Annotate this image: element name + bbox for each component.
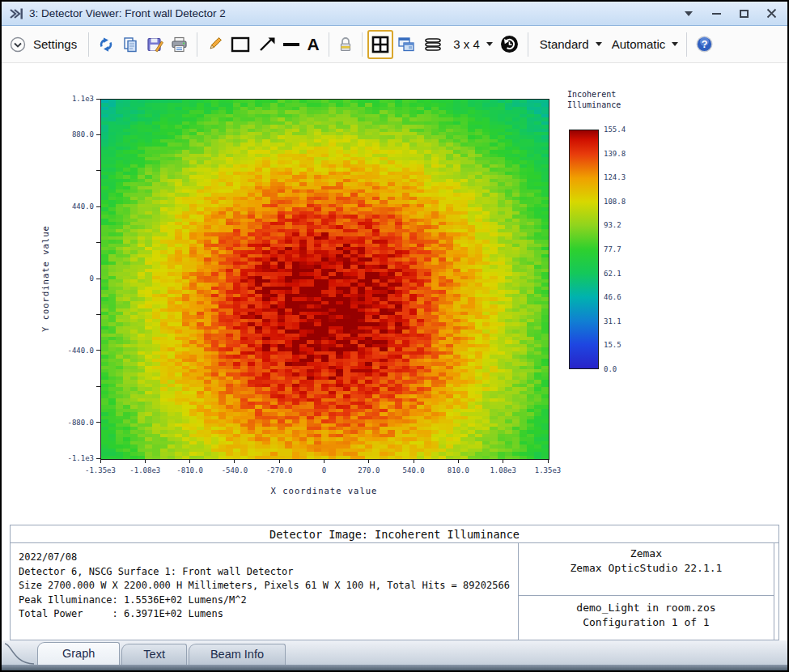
settings-button[interactable]: Settings (6, 30, 83, 59)
x-tick-mark (324, 459, 325, 463)
y-tick-mark (96, 422, 100, 423)
toolbar-separator (686, 32, 687, 57)
detector-viewer-window: 3: Detector Viewer: Front wall Detector … (0, 0, 789, 672)
x-tick-label: -1.35e3 (76, 466, 125, 474)
help-icon: ? (695, 35, 714, 53)
pencil-icon (206, 36, 223, 53)
text-line: Zemax (519, 547, 774, 561)
y-tick-mark (96, 386, 100, 387)
y-tick-mark (96, 242, 100, 243)
settings-expander-icon (10, 36, 26, 53)
text-line: 2022/07/08 (19, 551, 510, 565)
refresh-button[interactable] (94, 30, 118, 59)
grid-size-dropdown[interactable]: 3 x 4 (447, 30, 496, 59)
x-tick-mark (458, 459, 459, 463)
fit-window-button[interactable] (367, 30, 393, 59)
colorbar-tick-label: 108.8 (604, 198, 626, 206)
detector-heatmap[interactable] (100, 99, 549, 460)
save-button[interactable] (142, 30, 167, 59)
caret-down-icon (486, 42, 493, 46)
y-tick-label: 440.0 (50, 202, 94, 211)
minimize-icon (712, 13, 721, 15)
y-tick-mark (96, 170, 100, 171)
grid-size-label: 3 x 4 (450, 37, 483, 51)
text-line: Incoherent (567, 89, 621, 100)
layers-button[interactable] (419, 30, 447, 59)
annotate-pencil-button[interactable] (202, 30, 227, 59)
y-tick-mark (96, 99, 100, 100)
annotate-line-button[interactable] (280, 30, 303, 59)
text-line: Size 2700.000 W X 2200.000 H Millimeters… (19, 579, 510, 593)
minimize-button[interactable] (710, 7, 723, 20)
y-tick-label: -1.1e3 (50, 454, 94, 462)
help-button[interactable]: ? (692, 30, 717, 59)
toolbar-separator (362, 32, 363, 57)
toolbar-separator (329, 32, 329, 57)
text-icon: A (308, 36, 320, 53)
x-tick-label: 270.0 (345, 466, 393, 474)
close-icon (766, 8, 777, 19)
tab-beam-info[interactable]: Beam Info (189, 644, 286, 665)
rectangle-icon (230, 36, 251, 53)
copy-button[interactable] (118, 30, 142, 59)
x-tick-mark (548, 459, 549, 463)
y-axis-title: Y coordinate value (39, 99, 52, 458)
x-tick-mark (368, 459, 369, 463)
window-menu-button[interactable] (682, 7, 695, 20)
x-tick-mark (100, 459, 101, 463)
detector-summary-text: 2022/07/08Detector 6, NSCG Surface 1: Fr… (11, 543, 518, 640)
text-line: Total Power : 6.3971E+02 Lumens (19, 607, 510, 622)
cascade-windows-button[interactable] (393, 30, 419, 59)
annotate-rectangle-button[interactable] (227, 30, 254, 59)
tab-text[interactable]: Text (121, 644, 187, 665)
software-version-cell: ZemaxZemax OpticStudio 22.1.1 (519, 543, 774, 596)
copy-icon (121, 36, 139, 53)
reset-button[interactable] (496, 30, 523, 59)
lock-button[interactable] (334, 30, 357, 59)
refresh-icon (97, 36, 115, 53)
print-button[interactable] (167, 30, 192, 59)
toolbar: Settings (2, 26, 787, 63)
x-tick-label: 810.0 (434, 466, 482, 474)
x-tick-mark (145, 459, 146, 463)
close-button[interactable] (765, 7, 778, 20)
caret-down-icon (685, 11, 693, 16)
x-tick-label: 0 (300, 466, 349, 474)
layers-icon (422, 35, 443, 54)
colorbar-tick-label: 93.2 (604, 221, 621, 229)
info-panel: Detector Image: Incoherent Illuminance 2… (10, 525, 779, 640)
caret-down-icon (672, 42, 678, 46)
print-icon (170, 36, 189, 53)
y-tick-label: -440.0 (50, 347, 94, 355)
annotate-text-button[interactable]: A (303, 30, 324, 59)
y-tick-label: 0 (50, 274, 94, 283)
colorbar-tick-label: 139.8 (604, 150, 626, 158)
maximize-button[interactable] (737, 7, 750, 20)
scale-mode-dropdown[interactable]: Standard (533, 30, 605, 59)
colorbar-tick-label: 46.6 (604, 293, 621, 301)
line-icon (283, 43, 299, 46)
text-line: Zemax OpticStudio 22.1.1 (519, 561, 774, 576)
settings-label: Settings (30, 37, 80, 51)
tab-graph[interactable]: Graph (37, 642, 120, 665)
y-tick-mark (96, 350, 100, 351)
info-panel-header: Detector Image: Incoherent Illuminance (11, 525, 778, 543)
x-tick-mark (414, 459, 414, 463)
detector-viewer-icon (8, 6, 24, 21)
y-tick-mark (96, 314, 100, 315)
y-tick-mark (96, 206, 100, 207)
x-tick-label: -270.0 (255, 466, 303, 474)
text-line: demo_Light in room.zos (519, 601, 774, 615)
x-tick-label: -540.0 (210, 466, 259, 474)
y-tick-mark (96, 134, 100, 135)
save-icon (146, 36, 163, 53)
color-mode-dropdown[interactable]: Automatic (605, 30, 682, 59)
window-title: 3: Detector Viewer: Front wall Detector … (29, 7, 682, 19)
colorbar-tick-label: 31.1 (604, 317, 621, 325)
text-line: Peak Illuminance: 1.5536E+02 Lumens/M^2 (19, 593, 510, 608)
annotate-arrow-button[interactable] (254, 30, 280, 59)
x-tick-label: 540.0 (389, 466, 438, 474)
y-tick-mark (96, 279, 100, 279)
reset-icon (499, 34, 520, 54)
caret-down-icon (596, 42, 602, 46)
